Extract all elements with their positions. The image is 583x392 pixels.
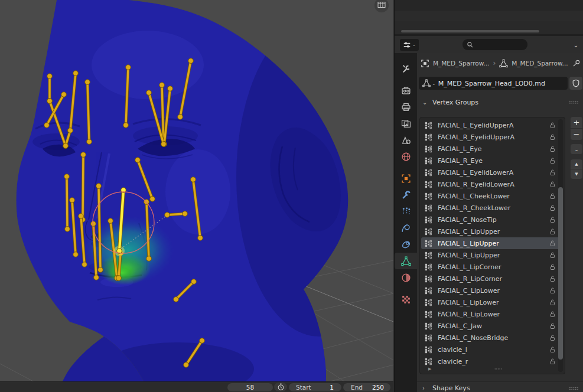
datablock-name-field[interactable]: ⌄ M_MED_Sparrow_Head_LOD0.md bbox=[419, 77, 568, 90]
vertex-group-icon bbox=[425, 228, 432, 236]
panel-drag-grip[interactable] bbox=[569, 386, 579, 391]
datablock-name[interactable]: M_MED_Sparrow_Head_LOD0.md bbox=[438, 80, 545, 87]
panel-drag-grip[interactable] bbox=[569, 100, 579, 104]
constraints-icon bbox=[401, 240, 411, 250]
tab-output[interactable] bbox=[395, 99, 417, 115]
frame-start-field[interactable]: Start 1 bbox=[289, 383, 341, 391]
tab-texture[interactable] bbox=[395, 291, 417, 308]
unlock-icon[interactable] bbox=[549, 358, 556, 365]
vertex-group-name: FACIAL_C_Jaw bbox=[438, 322, 482, 330]
properties-header: ⌄ ⌄ bbox=[395, 36, 583, 54]
vertex-group-row[interactable]: FACIAL_R_LipLower bbox=[421, 308, 560, 320]
vertex-group-row[interactable]: FACIAL_C_NoseBridge bbox=[421, 332, 560, 344]
vertex-group-row[interactable]: FACIAL_L_LipLower bbox=[421, 296, 560, 308]
vertex-group-name: FACIAL_R_CheekLower bbox=[438, 204, 510, 212]
vertex-group-row[interactable]: FACIAL_L_LipUpper bbox=[421, 237, 560, 249]
remove-vertex-group-button[interactable]: − bbox=[571, 129, 582, 140]
vertex-group-row[interactable]: FACIAL_R_LipCorner bbox=[421, 273, 560, 285]
vertex-group-row[interactable]: FACIAL_C_Jaw bbox=[421, 320, 560, 332]
texture-icon bbox=[401, 295, 411, 305]
frame-end-field[interactable]: End 250 bbox=[343, 383, 390, 391]
vertex-group-row[interactable]: clavicle_l bbox=[421, 344, 560, 355]
list-expand-arrow[interactable]: ▶ bbox=[428, 367, 431, 371]
tab-physics[interactable] bbox=[395, 220, 417, 236]
breadcrumb-data[interactable]: M_MED_Sparrow... bbox=[512, 60, 568, 67]
shape-keys-panel-header[interactable]: › Shape Keys bbox=[417, 381, 583, 392]
unlock-icon[interactable] bbox=[549, 169, 556, 176]
chevron-down-icon[interactable]: ⌄ bbox=[432, 81, 436, 86]
list-resize-grip[interactable] bbox=[494, 367, 503, 371]
editor-type-button[interactable]: ⌄ bbox=[400, 39, 419, 51]
unlock-icon[interactable] bbox=[549, 346, 556, 353]
vertex-group-row[interactable]: FACIAL_C_NoseTip bbox=[421, 214, 560, 226]
tab-object[interactable] bbox=[395, 170, 417, 187]
unlock-icon[interactable] bbox=[549, 287, 556, 294]
tab-world[interactable] bbox=[395, 148, 417, 165]
unlock-icon[interactable] bbox=[549, 181, 556, 188]
fake-user-shield-button[interactable] bbox=[569, 77, 582, 90]
unlock-icon[interactable] bbox=[549, 145, 556, 152]
chevron-down-icon: ⌄ bbox=[422, 99, 428, 106]
vertex-group-list[interactable]: FACIAL_L_EyelidUpperA FACIAL_R_EyelidUpp… bbox=[419, 117, 565, 374]
move-group-down-button[interactable]: ▼ bbox=[571, 169, 582, 179]
tab-scene[interactable] bbox=[395, 132, 417, 148]
unlock-icon[interactable] bbox=[549, 263, 556, 270]
pin-icon[interactable] bbox=[572, 59, 581, 68]
tab-constraints[interactable] bbox=[395, 236, 417, 253]
tab-material[interactable] bbox=[395, 269, 417, 286]
vertex-group-row[interactable]: FACIAL_R_EyelidUpperA bbox=[421, 131, 560, 143]
search-input[interactable] bbox=[463, 39, 527, 50]
outliner-horizontal-scrollbar[interactable] bbox=[401, 30, 539, 32]
unlock-icon[interactable] bbox=[549, 192, 556, 200]
physics-icon bbox=[401, 223, 411, 233]
playback-stopwatch-button[interactable] bbox=[274, 383, 287, 391]
vertex-group-row[interactable]: FACIAL_L_EyelidLowerA bbox=[421, 166, 560, 178]
unlock-icon[interactable] bbox=[549, 133, 556, 141]
breadcrumb-object[interactable]: M_MED_Sparrow... bbox=[433, 60, 489, 67]
list-scrollbar-track[interactable] bbox=[558, 119, 563, 372]
3d-viewport[interactable] bbox=[0, 0, 393, 381]
tab-render[interactable] bbox=[395, 82, 417, 99]
vertex-group-row[interactable]: FACIAL_R_CheekLower bbox=[421, 202, 560, 214]
vertex-group-row[interactable]: FACIAL_L_Eye bbox=[421, 143, 560, 155]
vertex-group-row[interactable]: FACIAL_R_LipUpper bbox=[421, 249, 560, 261]
tab-tool[interactable] bbox=[395, 60, 417, 77]
vertex-group-specials-button[interactable]: ⌄ bbox=[571, 144, 582, 154]
unlock-icon[interactable] bbox=[549, 311, 556, 318]
vertex-groups-panel-header[interactable]: ⌄ Vertex Groups bbox=[417, 96, 583, 109]
vertex-group-row[interactable]: FACIAL_C_LipUpper bbox=[421, 226, 560, 237]
unlock-icon[interactable] bbox=[549, 228, 556, 235]
unlock-icon[interactable] bbox=[549, 275, 556, 282]
unlock-icon[interactable] bbox=[549, 204, 556, 211]
vertex-group-row[interactable]: FACIAL_R_EyelidLowerA bbox=[421, 178, 560, 190]
vertex-group-row[interactable]: FACIAL_L_CheekLower bbox=[421, 190, 560, 202]
unlock-icon[interactable] bbox=[549, 251, 556, 259]
unlock-icon[interactable] bbox=[549, 122, 556, 129]
vertex-group-name: FACIAL_L_EyelidUpperA bbox=[438, 122, 514, 129]
unlock-icon[interactable] bbox=[549, 334, 556, 341]
frame-end-value: 250 bbox=[372, 384, 390, 391]
vertex-group-row[interactable]: FACIAL_R_Eye bbox=[421, 155, 560, 166]
unlock-icon[interactable] bbox=[549, 299, 556, 306]
tab-modifiers[interactable] bbox=[395, 187, 417, 203]
vertex-group-icon bbox=[425, 122, 432, 129]
material-icon bbox=[401, 273, 411, 283]
tab-object-data[interactable] bbox=[395, 253, 417, 269]
unlock-icon[interactable] bbox=[549, 322, 556, 329]
timeline-bar[interactable]: 58 Start 1 End 250 bbox=[0, 381, 393, 392]
vertex-group-row[interactable]: FACIAL_L_LipCorner bbox=[421, 261, 560, 273]
vertex-group-row[interactable]: FACIAL_C_LipLower bbox=[421, 285, 560, 296]
unlock-icon[interactable] bbox=[549, 240, 556, 247]
vertex-group-row[interactable]: FACIAL_L_EyelidUpperA bbox=[421, 119, 560, 131]
unlock-icon[interactable] bbox=[549, 157, 556, 164]
list-scrollbar-thumb[interactable] bbox=[558, 187, 563, 360]
tab-view-layer[interactable] bbox=[395, 115, 417, 132]
current-frame-field[interactable]: 58 bbox=[227, 383, 273, 391]
outliner-bottom-strip[interactable] bbox=[395, 0, 583, 34]
viewport-canvas[interactable] bbox=[0, 0, 393, 381]
add-vertex-group-button[interactable]: + bbox=[571, 117, 582, 129]
tab-particles[interactable] bbox=[395, 203, 417, 220]
move-group-up-button[interactable]: ▲ bbox=[571, 159, 582, 169]
unlock-icon[interactable] bbox=[549, 216, 556, 223]
filter-options-button[interactable]: ⌄ bbox=[570, 40, 582, 50]
